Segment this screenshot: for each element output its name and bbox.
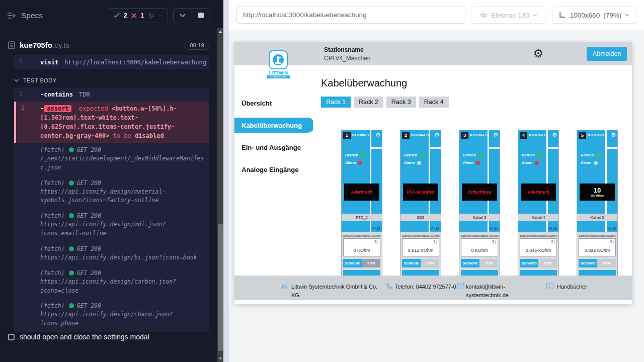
schleife-button[interactable]: Schleife: [402, 259, 421, 267]
tab-rack-1[interactable]: Rack 1: [321, 97, 351, 108]
refresh-icon[interactable]: ↻: [610, 239, 614, 245]
refresh-icon[interactable]: ↻: [433, 239, 438, 245]
schleife-button[interactable]: Schleife: [579, 259, 597, 267]
nav-item-kabelueberwachung[interactable]: Kabelüberwachung: [234, 118, 315, 133]
resistance-panel: Schleifenwiderstand [kOhm] ↻ 0.612 KOhm …: [400, 232, 441, 276]
device-gear-icon[interactable]: ⚙: [552, 131, 557, 138]
device-model-label: KÜ706-FO: [588, 133, 606, 137]
aut-panel: http://localhost:3000/kabelueberwachung …: [229, 0, 644, 362]
contains-command-row[interactable]: 1 -containsTDR: [14, 87, 209, 102]
rack-tabs: Rack 1 Rack 2 Rack 3 Rack 4: [321, 97, 632, 108]
failed-x-icon: [131, 13, 136, 18]
schleife-button[interactable]: Schleife: [461, 259, 479, 267]
footer-manuals-link[interactable]: Handbücher: [557, 283, 587, 291]
reporter-scrollbar[interactable]: [217, 0, 223, 362]
url-input[interactable]: http://localhost:3000/kabelueberwachung: [236, 7, 465, 24]
fetch-label: (fetch): [40, 269, 64, 277]
slot-number-badge: 1: [343, 132, 351, 139]
crane-logo-icon: [272, 54, 284, 66]
betrieb-label: Betrieb: [404, 153, 417, 157]
viewport-size-selector[interactable]: 1000x660 (79%): [552, 7, 636, 24]
slot-number-badge: 2: [402, 132, 410, 139]
littwin-logo: LITTWIN SYSTEMTECHNIK: [264, 50, 293, 78]
nav-item-ein-und-ausgaenge[interactable]: Ein- und Ausgänge: [234, 136, 313, 158]
status-leds: Betrieb Alarm: [404, 151, 424, 166]
resistance-label: Schleifenwiderstand [kOhm]: [461, 234, 498, 237]
betrieb-label: Betrieb: [463, 153, 476, 157]
alarm-led-icon: [535, 161, 539, 165]
device-model-label: KÜ706-FO: [529, 133, 547, 137]
device-gear-icon[interactable]: ⚙: [493, 131, 498, 138]
scrollbar-down-arrow[interactable]: [218, 357, 222, 360]
logout-button[interactable]: Abmelden: [587, 47, 627, 61]
betrieb-led-icon: [361, 153, 365, 157]
status-leds: Betrieb Alarm: [522, 151, 541, 166]
panel-resizer[interactable]: [223, 0, 229, 362]
slot-number-badge: 5: [579, 132, 586, 139]
settings-gear-icon[interactable]: ⚙: [533, 46, 543, 60]
factory-icon: [282, 283, 289, 290]
tdr-button[interactable]: TDR: [538, 259, 557, 267]
test-body-section-header[interactable]: TEST BODY: [14, 77, 217, 83]
passed-check-icon: [114, 13, 120, 18]
ruler-icon: [559, 12, 567, 19]
device-gear-icon[interactable]: ⚙: [611, 131, 616, 138]
specs-label[interactable]: Specs: [21, 11, 43, 20]
schleife-button[interactable]: Schleife: [520, 259, 538, 267]
scrollbar-up-arrow[interactable]: [218, 31, 222, 33]
nav-item-uebersicht[interactable]: Übersicht: [234, 92, 313, 114]
refresh-icon[interactable]: ↻: [551, 239, 555, 245]
device-display: PST-M prüfen: [403, 184, 438, 201]
app-header: Stationsname CPLV4_Maschen ⚙ Abmelden: [234, 42, 632, 65]
assert-badge: assert: [44, 105, 71, 112]
fetch-url: https://api.iconify.design/mdi.json?icon…: [40, 220, 204, 238]
app-footer: Littwin Systemtechnik GmbH & Co. KG Tele…: [234, 276, 632, 300]
assert-state: disabled: [135, 132, 164, 139]
footer-email[interactable]: kontakt@littwin-systemtechnik.de: [466, 283, 514, 299]
tdr-button[interactable]: TDR: [479, 259, 498, 267]
tab-rack-2[interactable]: Rack 2: [354, 97, 383, 108]
footer-phone[interactable]: Telefon: 04402 972577-0: [395, 283, 458, 291]
tdr-button[interactable]: TDR: [421, 259, 439, 267]
visit-command-row[interactable]: 1 visithttp://localhost:3000/kabelueberw…: [14, 55, 209, 69]
alarm-label: Alarm: [522, 160, 532, 165]
betrieb-led-icon: [537, 153, 541, 157]
tab-rack-3[interactable]: Rack 3: [386, 97, 416, 108]
tdr-button[interactable]: TDR: [362, 259, 380, 267]
device-gear-icon[interactable]: ⚙: [434, 131, 439, 138]
tab-rack-4[interactable]: Rack 4: [419, 97, 449, 108]
scrollbar-track[interactable]: [217, 28, 223, 362]
screen: Specs 2 1 ↻ -- kue705fo.cy.ts: [0, 0, 644, 362]
spec-duration-badge: 00:19: [185, 41, 209, 50]
fetch-label: (fetch): [40, 179, 64, 187]
browser-selector[interactable]: Electron 130: [471, 7, 546, 24]
fetch-log-entry: (fetch)GET 200 https://api.iconify.desig…: [14, 242, 209, 266]
electron-icon: [480, 12, 488, 19]
success-dot-icon: [69, 303, 74, 308]
next-test-row[interactable]: should open and close the settings modal: [0, 326, 217, 347]
refresh-icon[interactable]: ↻: [374, 239, 379, 245]
iso-unit-label: ISO MOhm: [591, 194, 604, 197]
resistance-panel: Schleifenwiderstand [kOhm] ↻ 0.645 KOhm …: [518, 232, 558, 276]
device-gear-icon[interactable]: ⚙: [375, 131, 380, 138]
fetch-label: (fetch): [40, 302, 64, 309]
refresh-icon[interactable]: ↻: [492, 239, 497, 245]
betrieb-label: Betrieb: [522, 153, 535, 157]
assert-failed-row[interactable]: 2 -assert expected <button.w-[50%].h-[1.…: [14, 102, 209, 143]
browser-chrome-bar: http://localhost:3000/kabelueberwachung …: [229, 0, 644, 30]
fetch-status: GET 200: [76, 146, 101, 153]
device-card-5: 5 KÜ706-FO ⚙ Betrieb Alarm 10 ISO MOhm K…: [577, 130, 618, 276]
specs-menu-icon[interactable]: [7, 12, 16, 19]
nav-item-analoge-eingaenge[interactable]: Analoge Eingänge: [234, 158, 313, 180]
cable-name-label: B23: [400, 214, 441, 221]
resistance-label: Schleifenwiderstand [kOhm]: [520, 234, 557, 237]
schleife-button[interactable]: Schleife: [343, 259, 362, 267]
fetch-status: GET 200: [76, 302, 101, 309]
tdr-button[interactable]: TDR: [597, 259, 616, 267]
firmware-version: V4.19: [342, 221, 382, 232]
betrieb-label: Betrieb: [345, 153, 358, 157]
collapse-button[interactable]: [174, 9, 192, 23]
scrollbar-thumb[interactable]: [218, 224, 223, 351]
spec-file-row[interactable]: kue705fo.cy.ts 00:19: [0, 35, 217, 55]
stop-button[interactable]: [192, 9, 210, 23]
